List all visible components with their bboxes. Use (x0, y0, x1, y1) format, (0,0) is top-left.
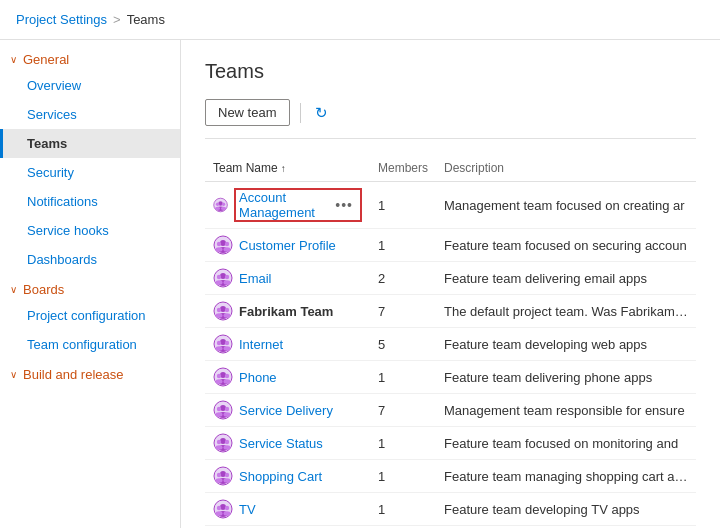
svg-point-26 (225, 308, 229, 312)
chevron-down-icon-boards: ∨ (10, 284, 17, 295)
sidebar-item-teams[interactable]: Teams (0, 129, 180, 158)
svg-point-19 (225, 275, 229, 279)
team-description: Management team responsible for ensure (436, 394, 696, 427)
svg-point-31 (217, 341, 221, 345)
svg-point-38 (217, 374, 221, 378)
svg-point-10 (217, 242, 221, 246)
svg-point-46 (216, 412, 223, 416)
main-layout: ∨ General Overview Services Teams Securi… (0, 40, 720, 528)
content-area: Teams New team ↻ Team Name↑ Members Desc… (181, 40, 720, 528)
sidebar-item-security[interactable]: Security (0, 158, 180, 187)
svg-point-18 (216, 280, 223, 284)
team-description: Feature team focused on securing accoun (436, 229, 696, 262)
team-members-count: 1 (370, 493, 436, 526)
team-name-cell: Service Delivery (205, 394, 370, 427)
table-header-row: Team Name↑ Members Description (205, 155, 696, 182)
team-members-count: 1 (370, 361, 436, 394)
sidebar-item-overview[interactable]: Overview (0, 71, 180, 100)
sidebar-section-general[interactable]: ∨ General (0, 44, 180, 71)
team-name-link[interactable]: TV (239, 502, 256, 517)
sidebar-section-boards-label: Boards (23, 282, 64, 297)
svg-point-41 (224, 379, 231, 383)
toolbar: New team ↻ (205, 99, 696, 139)
refresh-button[interactable]: ↻ (311, 102, 332, 124)
svg-point-69 (224, 511, 231, 515)
svg-point-55 (224, 445, 231, 449)
sidebar-item-service-hooks[interactable]: Service hooks (0, 216, 180, 245)
svg-point-47 (225, 407, 229, 411)
team-members-count: 7 (370, 394, 436, 427)
col-header-description: Description (436, 155, 696, 182)
svg-point-45 (217, 407, 221, 411)
team-description: Feature team delivering email apps (436, 262, 696, 295)
team-name-cell: TV (205, 493, 370, 526)
svg-point-17 (217, 275, 221, 279)
team-name-link[interactable]: Service Status (239, 436, 323, 451)
table-row[interactable]: Account Management•••1Management team fo… (205, 182, 696, 229)
team-name-cell: Shopping Cart (205, 460, 370, 493)
team-members-count: 7 (370, 295, 436, 328)
team-avatar-icon (213, 334, 233, 354)
table-row[interactable]: Customer Profile1Feature team focused on… (205, 229, 696, 262)
table-row[interactable]: Email2Feature team delivering email apps (205, 262, 696, 295)
team-avatar-icon (213, 268, 233, 288)
team-name-link[interactable]: Customer Profile (239, 238, 336, 253)
table-row[interactable]: TV1Feature team developing TV apps (205, 493, 696, 526)
team-name-cell: Customer Profile (205, 229, 370, 262)
col-header-members: Members (370, 155, 436, 182)
team-description: Feature team focused on monitoring and (436, 427, 696, 460)
team-name-cell: Email (205, 262, 370, 295)
svg-point-54 (225, 440, 229, 444)
team-description: The default project team. Was Fabrikam F… (436, 295, 696, 328)
col-header-name[interactable]: Team Name↑ (205, 155, 370, 182)
team-avatar-icon (213, 466, 233, 486)
svg-point-6 (221, 207, 226, 210)
team-description: Feature team delivering phone apps (436, 361, 696, 394)
breadcrumb-project[interactable]: Project Settings (16, 12, 107, 27)
team-members-count: 2 (370, 262, 436, 295)
svg-point-27 (224, 313, 231, 317)
team-members-count: 1 (370, 229, 436, 262)
team-name-cell: Account Management••• (205, 182, 370, 229)
new-team-button[interactable]: New team (205, 99, 290, 126)
sidebar-section-build-label: Build and release (23, 367, 123, 382)
team-name-link[interactable]: Phone (239, 370, 277, 385)
svg-point-11 (216, 247, 223, 251)
team-name-cell: Service Status (205, 427, 370, 460)
team-name-link[interactable]: Service Delivery (239, 403, 333, 418)
team-name-link[interactable]: Account Management (239, 190, 327, 220)
sidebar-item-notifications[interactable]: Notifications (0, 187, 180, 216)
svg-point-39 (216, 379, 223, 383)
svg-point-4 (215, 207, 220, 210)
svg-point-67 (216, 511, 223, 515)
table-row[interactable]: Phone1Feature team delivering phone apps (205, 361, 696, 394)
svg-point-40 (225, 374, 229, 378)
sidebar-section-boards[interactable]: ∨ Boards (0, 274, 180, 301)
sidebar-item-team-config[interactable]: Team configuration (0, 330, 180, 359)
team-name-link[interactable]: Internet (239, 337, 283, 352)
table-row[interactable]: Service Delivery7Management team respons… (205, 394, 696, 427)
table-row[interactable]: Fabrikam Team7The default project team. … (205, 295, 696, 328)
more-options-button[interactable]: ••• (331, 195, 357, 215)
sidebar-section-build[interactable]: ∨ Build and release (0, 359, 180, 386)
toolbar-divider (300, 103, 301, 123)
svg-point-60 (216, 478, 223, 482)
svg-point-48 (224, 412, 231, 416)
table-row[interactable]: Service Status1Feature team focused on m… (205, 427, 696, 460)
svg-point-62 (224, 478, 231, 482)
svg-point-13 (224, 247, 231, 251)
team-name-link[interactable]: Email (239, 271, 272, 286)
svg-point-12 (225, 242, 229, 246)
team-name-link[interactable]: Fabrikam Team (239, 304, 333, 319)
svg-point-5 (222, 203, 225, 206)
sidebar-item-dashboards[interactable]: Dashboards (0, 245, 180, 274)
team-members-count: 5 (370, 328, 436, 361)
team-description: Management team focused on creating ar (436, 182, 696, 229)
sidebar-section-general-label: General (23, 52, 69, 67)
chevron-down-icon: ∨ (10, 54, 17, 65)
sidebar-item-project-config[interactable]: Project configuration (0, 301, 180, 330)
table-row[interactable]: Internet5Feature team developing web app… (205, 328, 696, 361)
sidebar-item-services[interactable]: Services (0, 100, 180, 129)
team-name-link[interactable]: Shopping Cart (239, 469, 322, 484)
table-row[interactable]: Shopping Cart1Feature team managing shop… (205, 460, 696, 493)
